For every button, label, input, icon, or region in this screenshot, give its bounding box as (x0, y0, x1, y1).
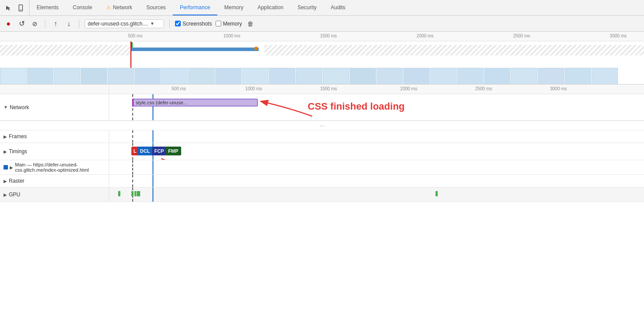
tab-security[interactable]: Security (290, 0, 324, 15)
timings-section-label: ▶ Timings (0, 143, 109, 160)
screenshot-thumb (511, 68, 537, 85)
tab-elements[interactable]: Elements (30, 0, 66, 15)
main-label-group: ▶ Main — https://defer-unused-css.glitch… (4, 162, 105, 173)
detail-tick-2500: 2500 ms (475, 86, 492, 91)
main-arrow[interactable]: ▶ (10, 165, 13, 170)
gpu-bar-5 (436, 191, 438, 196)
overview-content[interactable] (0, 41, 644, 85)
detail-tick-1500: 1500 ms (320, 86, 337, 91)
record-button[interactable]: ● (4, 19, 13, 29)
css-resource-bar[interactable]: style.css (defer-unuse... (132, 99, 258, 107)
url-text: defer-unused-css.glitch.... (88, 21, 148, 27)
tab-audits[interactable]: Audits (324, 0, 352, 15)
raster-label-text: Raster (9, 178, 24, 184)
gpu-section-row: ▶ GPU (0, 188, 644, 202)
raster-section-content[interactable] (109, 175, 644, 187)
screenshot-thumb (81, 68, 107, 85)
network-section-label: ▼ Network (0, 94, 109, 120)
performance-toolbar: ● ↺ ⊘ ↑ ↓ defer-unused-css.glitch.... ▼ … (0, 16, 644, 32)
ruler-tick-2000: 2000 ms (417, 33, 433, 38)
url-filter-box[interactable]: defer-unused-css.glitch.... ▼ (85, 19, 164, 28)
screenshot-thumb (27, 68, 53, 85)
screenshot-thumb (296, 68, 322, 85)
frames-section-content[interactable] (109, 130, 644, 143)
gpu-section-label: ▶ GPU (0, 188, 109, 202)
raster-vline-solid (153, 175, 153, 187)
screenshot-thumb (484, 68, 510, 85)
tab-memory[interactable]: Memory (217, 0, 250, 15)
main-section-row: ▶ Main — https://defer-unused-css.glitch… (0, 160, 644, 175)
timing-badge-FCP[interactable]: FCP (152, 147, 166, 155)
download-button[interactable]: ↓ (64, 19, 74, 29)
tab-console[interactable]: Console (66, 0, 99, 15)
screenshot-thumb (134, 68, 161, 85)
details-ruler-ticks: 500 ms 1000 ms 1500 ms 2000 ms 2500 ms 3… (109, 85, 644, 94)
frames-arrow[interactable]: ▶ (4, 134, 7, 139)
main-label-text: Main — https://defer-unused-css.glitch.m… (15, 162, 105, 173)
clear-button[interactable]: ⊘ (30, 19, 40, 29)
frames-vline-dashed (132, 130, 133, 143)
mobile-toggle-icon[interactable] (16, 3, 26, 13)
detail-tick-1000: 1000 ms (245, 86, 262, 91)
memory-checkbox[interactable] (216, 21, 221, 26)
main-section-label: ▶ Main — https://defer-unused-css.glitch… (0, 160, 109, 174)
hatch-left (0, 45, 130, 55)
timing-badge-FMP[interactable]: FMP (165, 147, 181, 155)
fcp-annotation-container (148, 156, 201, 160)
dots-separator: ··· (0, 121, 644, 130)
ruler-tick-1000: 1000 ms (223, 33, 240, 38)
memory-checkbox-group: Memory (216, 21, 242, 27)
tab-performance[interactable]: Performance (173, 0, 217, 15)
tab-network[interactable]: ⚠ Network (99, 0, 139, 15)
sections-container: ▼ Network style.css (defer-unuse... (0, 94, 644, 313)
raster-arrow[interactable]: ▶ (4, 179, 7, 184)
timings-section-row: ▶ Timings L DCL FCP FMP (0, 143, 644, 160)
screenshots-checkbox[interactable] (175, 21, 181, 26)
overview-ruler: 500 ms 1000 ms 1500 ms 2000 ms 2500 ms 3… (0, 32, 644, 41)
screenshot-thumb (403, 68, 430, 85)
gpu-section-content[interactable] (109, 188, 644, 202)
details-ruler: 500 ms 1000 ms 1500 ms 2000 ms 2500 ms 3… (0, 85, 644, 94)
overview-bar-end-marker (254, 47, 258, 50)
upload-button[interactable]: ↑ (51, 19, 60, 29)
trash-button[interactable]: 🗑 (247, 20, 253, 27)
timings-arrow[interactable]: ▶ (4, 149, 7, 154)
svg-rect-1 (20, 10, 22, 10)
gpu-bar-2 (131, 191, 134, 196)
tab-application[interactable]: Application (250, 0, 290, 15)
screenshot-thumb (161, 68, 188, 85)
raster-vline-dashed (132, 175, 133, 187)
frames-section-label: ▶ Frames (0, 130, 109, 143)
dropdown-arrow-icon: ▼ (150, 21, 154, 26)
main-section-content[interactable] (109, 160, 644, 174)
screenshot-thumb (430, 68, 457, 85)
screenshot-thumb (108, 68, 134, 85)
gpu-bar-1 (118, 191, 120, 196)
select-tool-icon[interactable] (4, 3, 13, 13)
css-bar-text: style.css (defer-unuse... (136, 100, 187, 105)
screenshot-thumb (565, 68, 591, 85)
css-bar-tick (132, 99, 134, 107)
screenshot-thumb (323, 68, 349, 85)
ruler-tick-3000: 3000 ms (610, 33, 626, 38)
timings-section-content[interactable]: L DCL FCP FMP FCP (109, 143, 644, 160)
fcp-arrow-svg (148, 156, 201, 160)
gpu-arrow[interactable]: ▶ (4, 192, 7, 197)
timings-label-text: Timings (9, 148, 27, 155)
tab-sources[interactable]: Sources (139, 0, 173, 15)
css-finished-annotation: CSS finished loading (308, 101, 405, 112)
network-section-arrow[interactable]: ▼ (4, 105, 8, 110)
tab-bar: Elements Console ⚠ Network Sources Perfo… (0, 0, 644, 16)
timing-badge-DCL[interactable]: DCL (137, 147, 153, 155)
ruler-tick-1500: 1500 ms (320, 33, 337, 38)
raster-section-label: ▶ Raster (0, 175, 109, 187)
network-section-content[interactable]: style.css (defer-unuse... CSS finished (109, 94, 644, 120)
frames-label-text: Frames (9, 133, 27, 140)
details-ruler-label-area (0, 85, 109, 94)
screenshot-thumb (0, 68, 26, 85)
detail-tick-500: 500 ms (171, 86, 186, 91)
raster-section-row: ▶ Raster (0, 175, 644, 188)
screenshot-thumb (457, 68, 484, 85)
overview-network-bar (131, 48, 259, 51)
reload-button[interactable]: ↺ (17, 19, 26, 29)
